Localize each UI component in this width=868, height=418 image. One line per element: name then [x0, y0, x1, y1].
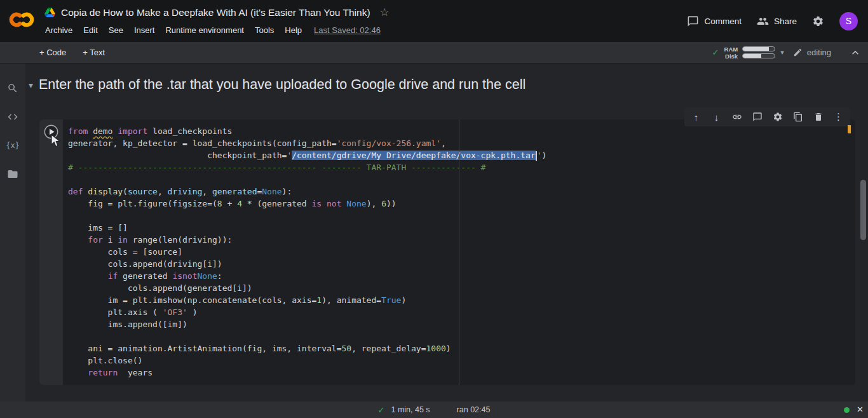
search-icon[interactable]: [7, 83, 18, 94]
execution-duration: 1 min, 45 s: [391, 405, 430, 414]
editing-mode-button[interactable]: editing: [793, 48, 831, 57]
variables-icon[interactable]: {x}: [7, 140, 18, 151]
code-line[interactable]: for i in range(len(driving)):: [68, 234, 855, 246]
column-ruler: [459, 119, 459, 385]
overview-ruler-marker: [848, 125, 851, 133]
files-folder-icon[interactable]: [7, 168, 18, 180]
code-line[interactable]: from demo import load_checkpoints: [68, 125, 855, 137]
code-line[interactable]: cols.append(generated[i]): [68, 282, 855, 294]
section-heading[interactable]: Enter the path of the .tar that you have…: [39, 77, 526, 93]
status-bar: ✓ 1 min, 45 s ran 02:45 ✕: [0, 401, 868, 418]
comment-icon: [687, 15, 699, 27]
code-line[interactable]: def display(source, driving, generated=N…: [68, 185, 855, 198]
add-text-button[interactable]: + Text: [83, 48, 105, 57]
avatar[interactable]: S: [839, 12, 858, 30]
collapse-header-icon[interactable]: [849, 46, 862, 59]
cell-gutter: [39, 119, 63, 385]
code-line[interactable]: if generated isnotNone:: [68, 270, 855, 282]
code-line[interactable]: ims.append([im]): [68, 318, 855, 330]
disk-label: Disk: [724, 53, 738, 60]
code-line[interactable]: checkpoint_path='/content/gdrive/My Driv…: [68, 149, 855, 161]
code-line[interactable]: generator, kp_detector = load_checkpoint…: [68, 137, 855, 149]
collapse-section-icon[interactable]: ▾: [29, 80, 33, 90]
page-scrollbar-thumb[interactable]: [860, 180, 866, 240]
share-button[interactable]: Share: [757, 15, 797, 27]
comment-label: Comment: [704, 17, 742, 26]
mouse-cursor: [51, 134, 62, 148]
ram-label: RAM: [724, 46, 738, 53]
people-icon: [757, 15, 769, 27]
notebook-toolbar: + Code + Text ✓ RAM Disk ▾ editing: [0, 42, 868, 64]
status-check-icon: ✓: [378, 405, 385, 415]
star-icon[interactable]: ☆: [380, 6, 390, 19]
menu-bar: ArchiveEditSeeInsertRuntime environmentT…: [45, 25, 302, 35]
code-line[interactable]: ims = []: [68, 222, 855, 234]
code-line[interactable]: [68, 210, 855, 222]
last-saved-link[interactable]: Last Saved: 02:46: [314, 25, 381, 35]
code-line[interactable]: cols.append(driving[i]): [68, 258, 855, 270]
notebook-title[interactable]: Copia de How to Make a Deepfake With AI …: [61, 7, 370, 18]
code-cell[interactable]: ↑ ↓ ⋮: [39, 119, 855, 385]
markdown-cell[interactable]: ▾ Enter the path of the .tar that you ha…: [29, 77, 526, 93]
menu-item-insert[interactable]: Insert: [134, 25, 155, 35]
notebook-area: ▾ Enter the path of the .tar that you ha…: [25, 64, 868, 401]
kernel-status-dot: [844, 407, 850, 413]
code-snippets-icon[interactable]: [7, 111, 18, 123]
code-line[interactable]: # --------------------------------------…: [68, 161, 855, 173]
comment-button[interactable]: Comment: [687, 15, 742, 27]
editing-label: editing: [807, 48, 831, 57]
left-sidebar: {x}: [0, 42, 25, 401]
app-header: Copia de How to Make a Deepfake With AI …: [0, 0, 868, 42]
menu-item-archive[interactable]: Archive: [45, 25, 72, 35]
code-line[interactable]: im = plt.imshow(np.concatenate(cols, axi…: [68, 294, 855, 306]
ram-usage-bar: [742, 46, 775, 51]
menu-item-see[interactable]: See: [109, 25, 123, 35]
colab-logo-icon[interactable]: [8, 10, 36, 29]
close-statusbar-icon[interactable]: ✕: [857, 405, 864, 414]
resources-caret-icon[interactable]: ▾: [780, 48, 784, 57]
execution-time: ran 02:45: [457, 405, 491, 414]
add-code-button[interactable]: + Code: [39, 48, 66, 57]
menu-item-help[interactable]: Help: [285, 25, 302, 35]
code-line[interactable]: [68, 330, 855, 342]
drive-icon: [44, 8, 55, 17]
code-line[interactable]: plt.close(): [68, 354, 855, 367]
code-line[interactable]: cols = [source]: [68, 246, 855, 258]
code-line[interactable]: return years: [68, 367, 855, 379]
code-line[interactable]: [68, 173, 855, 185]
resources-indicator[interactable]: RAM Disk: [724, 46, 776, 60]
colab-app: Copia de How to Make a Deepfake With AI …: [0, 0, 868, 418]
menu-item-tools[interactable]: Tools: [255, 25, 274, 35]
resources-check-icon: ✓: [712, 48, 719, 57]
menu-item-edit[interactable]: Edit: [83, 25, 97, 35]
share-label: Share: [774, 17, 797, 26]
settings-gear-icon[interactable]: [812, 15, 824, 27]
code-line[interactable]: plt.axis ( 'OF3' ): [68, 306, 855, 318]
disk-usage-bar: [742, 53, 775, 58]
pencil-icon: [793, 48, 803, 57]
menu-item-runtime-environment[interactable]: Runtime environment: [165, 25, 244, 35]
code-line[interactable]: fig = plt.figure(figsize=(8 + 4 * (gener…: [68, 198, 855, 210]
code-line[interactable]: ani = animation.ArtistAnimation(fig, ims…: [68, 342, 855, 354]
